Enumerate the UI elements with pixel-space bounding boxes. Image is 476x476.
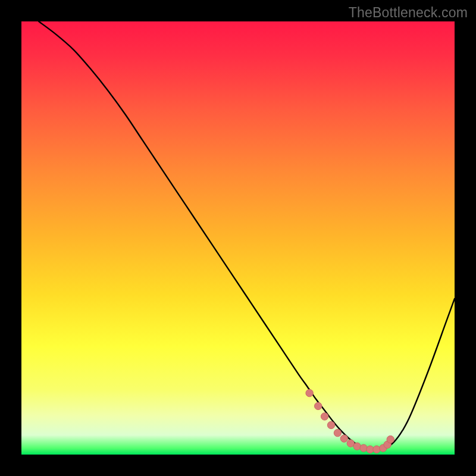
highlight-dot <box>360 444 367 452</box>
highlight-dot <box>306 389 313 396</box>
highlight-dot <box>314 402 321 409</box>
highlight-dot <box>387 436 394 443</box>
highlight-dot <box>340 435 347 442</box>
gradient-background <box>21 21 455 455</box>
highlight-dot <box>334 429 341 436</box>
highlight-dot <box>353 443 361 450</box>
watermark-text: TheBottleneck.com <box>349 5 468 21</box>
chart-frame: TheBottleneck.com <box>0 0 476 476</box>
plot-area <box>21 21 455 455</box>
highlight-dot <box>373 446 380 453</box>
bottleneck-chart <box>21 21 455 455</box>
highlight-dot <box>327 421 334 428</box>
highlight-dot <box>321 413 328 420</box>
